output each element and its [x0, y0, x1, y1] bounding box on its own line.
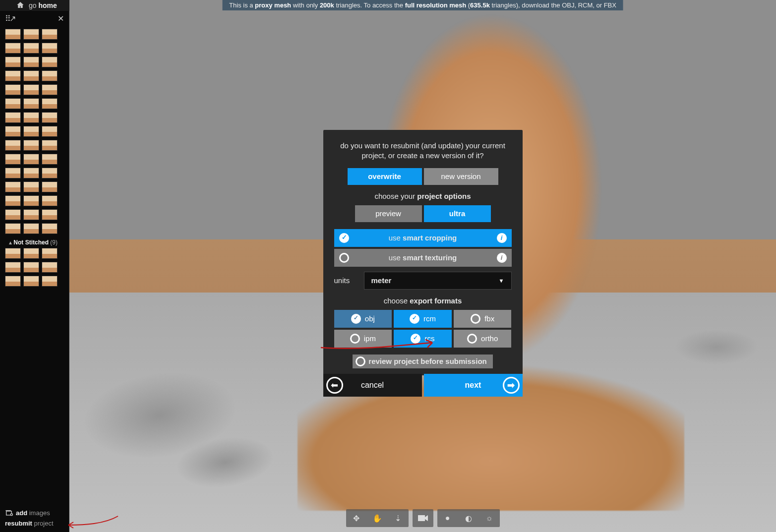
thumbnail[interactable] [42, 262, 58, 273]
thumbnail[interactable] [42, 57, 58, 67]
thumbnail[interactable] [23, 262, 39, 273]
thumbnail[interactable] [42, 84, 58, 95]
thumbnail[interactable] [5, 57, 21, 67]
thumbnail[interactable] [42, 140, 58, 151]
thumbnail[interactable] [42, 70, 58, 81]
thumbnail[interactable] [23, 43, 39, 54]
review-before-submission-toggle[interactable]: review project before submission [353, 355, 492, 368]
thumbnail[interactable] [23, 112, 39, 123]
thumbnail[interactable] [42, 248, 58, 259]
thumbnail[interactable] [23, 209, 39, 220]
smart-cropping-toggle[interactable]: use smart cropping i [334, 229, 512, 247]
thumbnail[interactable] [42, 195, 58, 206]
review-label: review project before submission [368, 357, 486, 365]
shaded-tool[interactable]: ● [437, 509, 458, 527]
add-images-link[interactable]: add images [5, 509, 64, 517]
thumbnail[interactable] [5, 84, 21, 95]
thumbnail[interactable] [23, 276, 39, 287]
cancel-label: cancel [361, 381, 384, 390]
pan-tool[interactable]: ✋ [367, 509, 388, 527]
thumbnail[interactable] [23, 154, 39, 165]
format-ortho[interactable]: ortho [454, 330, 512, 348]
format-fbx[interactable]: fbx [454, 310, 512, 328]
format-rcm[interactable]: rcm [394, 310, 452, 328]
thumbnail[interactable] [5, 181, 21, 192]
thumbnail[interactable] [42, 29, 58, 40]
thumbnail[interactable] [23, 29, 39, 40]
thumbnail[interactable] [23, 98, 39, 109]
thumbnail[interactable] [5, 112, 21, 123]
thumbnail[interactable] [5, 154, 21, 165]
thumbnail[interactable] [23, 195, 39, 206]
thumbnail[interactable] [23, 84, 39, 95]
thumbnail-panel: ▴ Not Stitched (9) [0, 26, 69, 502]
not-stitched-header[interactable]: ▴ Not Stitched (9) [5, 237, 64, 248]
thumbnail[interactable] [5, 29, 21, 40]
thumbnail[interactable] [42, 98, 58, 109]
thumbnail[interactable] [23, 168, 39, 178]
format-rcs[interactable]: rcs [394, 330, 452, 348]
thumbnail[interactable] [42, 181, 58, 192]
not-stitched-label: Not Stitched [13, 239, 49, 246]
sidebar-top: ⠿↗ ✕ [0, 11, 69, 26]
cancel-button[interactable]: ⬅ cancel [323, 374, 422, 397]
close-icon[interactable]: ✕ [58, 14, 64, 23]
go-home-link[interactable]: go home [29, 1, 57, 9]
preview-button[interactable]: preview [355, 205, 422, 222]
thumbnail[interactable] [5, 262, 21, 273]
smart-texturing-toggle[interactable]: use smart texturing i [334, 249, 512, 267]
thumbnail[interactable] [23, 223, 39, 234]
thumbnail[interactable] [42, 112, 58, 123]
format-label: ipm [364, 334, 376, 343]
thumbnail[interactable] [42, 209, 58, 220]
thumbnail[interactable] [42, 168, 58, 178]
dolly-tool[interactable]: ⇣ [388, 509, 409, 527]
thumbnail[interactable] [23, 126, 39, 137]
thumbnail[interactable] [5, 140, 21, 151]
thumbnail[interactable] [5, 43, 21, 54]
thumbnail[interactable] [5, 248, 21, 259]
thumbnail[interactable] [42, 154, 58, 165]
info-icon[interactable]: i [497, 233, 507, 243]
settings-tool[interactable]: ☼ [479, 509, 500, 527]
chevron-down-icon: ▼ [499, 278, 504, 284]
thumbnail[interactable] [5, 70, 21, 81]
thumbnail[interactable] [5, 223, 21, 234]
viewport-3d[interactable]: This is a proxy mesh with only 200k tria… [69, 0, 776, 532]
format-ipm[interactable]: ipm [334, 330, 392, 348]
thumbnail[interactable] [5, 195, 21, 206]
header: go home [0, 0, 57, 11]
ultra-button[interactable]: ultra [424, 205, 491, 222]
project-options-label: choose your project options [334, 192, 512, 200]
thumbnail[interactable] [5, 209, 21, 220]
new-version-button[interactable]: new version [424, 168, 498, 185]
thumbnail[interactable] [23, 248, 39, 259]
thumbnail[interactable] [5, 126, 21, 137]
thumbnail[interactable] [23, 181, 39, 192]
resubmit-project-link[interactable]: resubmit project [5, 520, 64, 527]
units-select[interactable]: meter ▼ [364, 272, 512, 290]
orbit-tool[interactable]: ✥ [346, 509, 367, 527]
thumbnail[interactable] [42, 126, 58, 137]
next-button[interactable]: next ➡ [424, 374, 523, 397]
thumbnail[interactable] [23, 57, 39, 67]
thumbnail[interactable] [5, 276, 21, 287]
thumbnail[interactable] [23, 70, 39, 81]
thumbnail[interactable] [42, 223, 58, 234]
thumbnail[interactable] [42, 43, 58, 54]
home-text: home [38, 1, 57, 9]
banner-bold: 200k [320, 1, 334, 9]
thumbnail[interactable] [42, 276, 58, 287]
camera-tool[interactable] [413, 509, 433, 527]
grid-icon[interactable]: ⠿↗ [5, 14, 14, 23]
format-label: fbx [484, 314, 494, 323]
resubmit-dialog: do you want to resubmit (and update) you… [323, 130, 523, 375]
format-obj[interactable]: obj [334, 310, 392, 328]
units-row: units meter ▼ [334, 272, 512, 290]
thumbnail[interactable] [5, 168, 21, 178]
thumbnail[interactable] [5, 98, 21, 109]
wireframe-tool[interactable]: ◐ [458, 509, 479, 527]
info-icon[interactable]: i [497, 253, 507, 263]
overwrite-button[interactable]: overwrite [348, 168, 422, 185]
thumbnail[interactable] [23, 140, 39, 151]
